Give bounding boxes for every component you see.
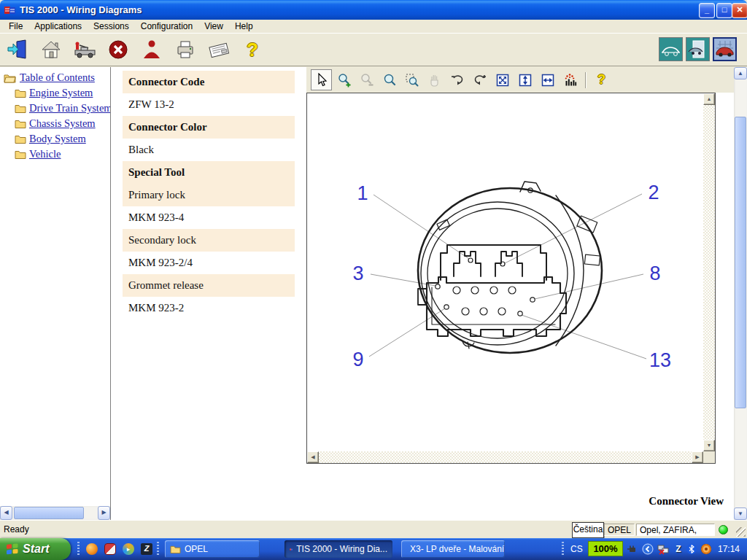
maximize-button[interactable]: □ bbox=[716, 3, 732, 18]
viewer-help-tool[interactable]: ? bbox=[591, 69, 612, 90]
callout-9: 9 bbox=[352, 349, 363, 371]
tree-node-chassis[interactable]: Chassis System bbox=[15, 116, 110, 131]
scroll-right-arrow[interactable]: ▶ bbox=[98, 506, 110, 520]
menu-file[interactable]: File bbox=[3, 20, 28, 32]
start-button[interactable]: Start bbox=[0, 538, 71, 560]
service-button[interactable] bbox=[71, 36, 98, 63]
menu-help[interactable]: Help bbox=[229, 20, 259, 32]
canvas-horizontal-scrollbar: ◀ ▶ bbox=[307, 451, 703, 463]
tray-zoom-level[interactable]: 100% bbox=[588, 541, 623, 556]
help-button[interactable]: ? bbox=[239, 36, 266, 63]
bluetooth-icon[interactable] bbox=[686, 543, 697, 555]
callout-13: 13 bbox=[649, 349, 671, 372]
firefox-icon[interactable] bbox=[86, 543, 98, 555]
language-indicator[interactable]: Čeština bbox=[572, 522, 604, 538]
menu-view[interactable]: View bbox=[198, 20, 229, 32]
tree-node-body[interactable]: Body System bbox=[15, 131, 110, 147]
pan-tool[interactable] bbox=[424, 69, 445, 90]
fit-height-tool[interactable] bbox=[514, 69, 535, 90]
tray-clock[interactable]: 17:14 bbox=[718, 544, 740, 554]
vehicle-icon-1 bbox=[659, 38, 682, 61]
printer-icon bbox=[174, 39, 196, 61]
scroll-up-arrow[interactable]: ▲ bbox=[703, 93, 715, 105]
zoom-in-tool[interactable] bbox=[333, 69, 355, 90]
tree-label-toc[interactable]: Table of Contents bbox=[20, 71, 95, 84]
zoom-out-tool[interactable] bbox=[356, 69, 377, 90]
connector-diagram[interactable]: 1 2 3 8 9 13 bbox=[307, 93, 703, 451]
desktop: TIS 2000 - Wiring Diagrams _ □ ✕ File Ap… bbox=[0, 0, 747, 560]
scroll-left-arrow[interactable]: ◀ bbox=[307, 451, 319, 463]
scrollbar-track[interactable] bbox=[307, 451, 703, 463]
taskbar-button-opel[interactable]: OPEL bbox=[165, 540, 260, 558]
pointer-tool[interactable] bbox=[311, 69, 332, 90]
vehicle-doc-button-3[interactable] bbox=[713, 37, 737, 61]
vehicle-doc-button-1[interactable] bbox=[659, 37, 683, 61]
exit-button[interactable] bbox=[4, 36, 31, 63]
scrollbar-thumb[interactable] bbox=[14, 507, 84, 519]
media-player-icon[interactable]: ▸ bbox=[123, 543, 134, 555]
zoom-region-tool[interactable] bbox=[401, 69, 422, 90]
tree-label-chassis[interactable]: Chassis System bbox=[29, 117, 96, 130]
network-disconnected-icon[interactable] bbox=[657, 543, 669, 555]
tis-app-icon bbox=[290, 545, 293, 554]
fit-width-tool[interactable] bbox=[537, 69, 558, 90]
resize-grip[interactable] bbox=[736, 527, 746, 537]
tree-node-vehicle[interactable]: Vehicle bbox=[15, 147, 110, 162]
print-button[interactable] bbox=[172, 36, 198, 63]
open-folder-icon bbox=[4, 73, 17, 83]
fit-window-tool[interactable] bbox=[492, 69, 513, 90]
vehicle-doc-button-2[interactable] bbox=[686, 37, 710, 61]
rotate-minus-icon bbox=[450, 73, 465, 88]
rotate-minus-tool[interactable] bbox=[446, 69, 468, 90]
help-icon: ? bbox=[597, 72, 605, 88]
diagram-viewer-pane: ? bbox=[306, 67, 734, 520]
taskbar-button-paint[interactable]: X3- LP dveře - Malování bbox=[401, 540, 505, 558]
menu-configuration[interactable]: Configuration bbox=[135, 20, 198, 32]
highlight-pins-tool[interactable] bbox=[560, 69, 581, 90]
tree-node-root[interactable]: Table of Contents bbox=[4, 70, 110, 85]
folder-icon bbox=[15, 149, 26, 159]
tray-language[interactable]: CS bbox=[570, 544, 583, 554]
detail-row-value: Black bbox=[123, 139, 295, 161]
tree-label-drivetrain[interactable]: Drive Train System bbox=[29, 102, 111, 114]
power-plug-icon[interactable] bbox=[626, 543, 638, 555]
brand-panel: OPEL bbox=[604, 524, 635, 536]
scrollbar-thumb[interactable] bbox=[735, 117, 746, 408]
menu-applications[interactable]: Applications bbox=[28, 20, 88, 32]
scroll-down-arrow[interactable]: ▼ bbox=[734, 508, 747, 520]
quicklaunch-separator[interactable] bbox=[157, 542, 159, 556]
news-button[interactable] bbox=[206, 36, 232, 63]
scroll-up-arrow[interactable]: ▲ bbox=[734, 67, 747, 79]
z-tray-icon[interactable]: Z bbox=[673, 543, 684, 555]
scroll-right-arrow[interactable]: ▶ bbox=[692, 451, 703, 463]
tree-node-engine[interactable]: Engine System bbox=[15, 85, 110, 101]
status-message: Ready bbox=[4, 524, 29, 534]
stop-button[interactable] bbox=[105, 36, 131, 63]
tree-node-drivetrain[interactable]: Drive Train System bbox=[15, 101, 110, 116]
tree-label-vehicle[interactable]: Vehicle bbox=[29, 148, 61, 160]
shield-icon[interactable] bbox=[104, 543, 116, 555]
canvas-vertical-scrollbar: ▲ ▼ bbox=[703, 93, 715, 451]
quicklaunch-separator[interactable] bbox=[77, 542, 80, 556]
folder-icon bbox=[15, 104, 26, 113]
home-button[interactable] bbox=[38, 36, 64, 63]
rotate-plus-tool[interactable] bbox=[469, 69, 490, 90]
zoner-icon[interactable]: Z bbox=[141, 543, 152, 555]
minimize-button[interactable]: _ bbox=[699, 3, 715, 18]
callout-1: 1 bbox=[357, 182, 368, 205]
hide-icons-chevron[interactable] bbox=[642, 543, 654, 555]
folder-icon bbox=[15, 88, 26, 98]
tree-label-body[interactable]: Body System bbox=[29, 133, 86, 145]
taskbar-button-tis2000[interactable]: TIS 2000 - Wiring Dia... bbox=[285, 540, 392, 558]
tree-label-engine[interactable]: Engine System bbox=[29, 87, 93, 99]
menu-bar: File Applications Sessions Configuration… bbox=[0, 20, 747, 33]
scroll-down-arrow[interactable]: ▼ bbox=[703, 440, 715, 451]
close-button[interactable]: ✕ bbox=[732, 3, 747, 18]
zoom-tool[interactable] bbox=[379, 69, 400, 90]
user-button[interactable] bbox=[139, 36, 165, 63]
scroll-left-arrow[interactable]: ◀ bbox=[0, 506, 12, 520]
scrollbar-track[interactable] bbox=[703, 93, 715, 451]
update-tray-icon[interactable] bbox=[700, 543, 712, 555]
menu-sessions[interactable]: Sessions bbox=[88, 20, 135, 32]
tree-horizontal-scrollbar: ◀ ▶ bbox=[0, 506, 110, 520]
